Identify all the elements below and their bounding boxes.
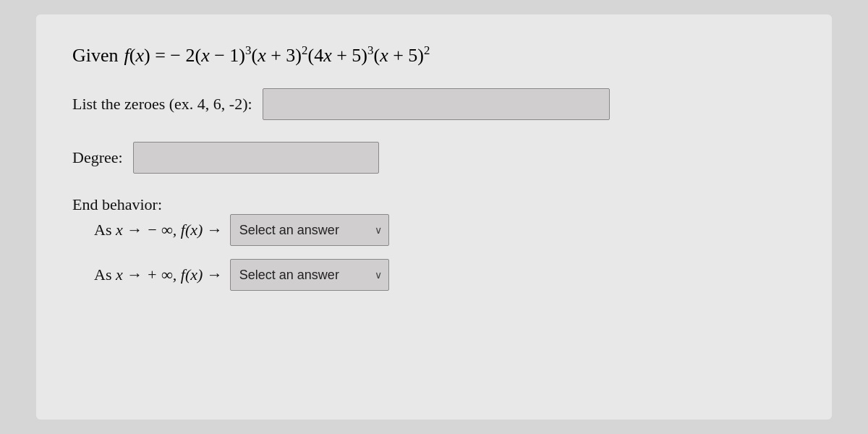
end-behavior-row2: As x → + ∞, f(x) → Select an answer + ∞ …: [94, 259, 796, 291]
end-behavior-block: As x → − ∞, f(x) → Select an answer + ∞ …: [72, 214, 796, 291]
zeroes-input[interactable]: [263, 88, 610, 120]
select-wrapper-2: Select an answer + ∞ − ∞ 0: [230, 259, 389, 291]
given-label: Given: [72, 45, 119, 67]
zeroes-row: List the zeroes (ex. 4, 6, -2):: [72, 88, 796, 120]
end-behavior-select-1[interactable]: Select an answer + ∞ − ∞ 0: [230, 214, 389, 246]
degree-input[interactable]: [133, 142, 379, 174]
zeroes-label: List the zeroes (ex. 4, 6, -2):: [72, 95, 252, 114]
end-row2-text: As x → + ∞, f(x) →: [94, 265, 223, 284]
degree-row: Degree:: [72, 142, 796, 174]
end-behavior-label: End behavior:: [72, 195, 796, 214]
main-card: Given f(x) = − 2(x − 1)3(x + 3)2(4x + 5)…: [36, 14, 832, 420]
end-behavior-section: End behavior: As x → − ∞, f(x) → Select …: [72, 195, 796, 291]
end-behavior-select-2[interactable]: Select an answer + ∞ − ∞ 0: [230, 259, 389, 291]
degree-label: Degree:: [72, 148, 123, 167]
formula-display: Given f(x) = − 2(x − 1)3(x + 3)2(4x + 5)…: [72, 43, 796, 67]
formula-text: f(x) = − 2(x − 1)3(x + 3)2(4x + 5)3(x + …: [124, 43, 430, 67]
select-wrapper-1: Select an answer + ∞ − ∞ 0: [230, 214, 389, 246]
end-behavior-row1: As x → − ∞, f(x) → Select an answer + ∞ …: [94, 214, 796, 246]
end-row1-text: As x → − ∞, f(x) →: [94, 221, 223, 239]
